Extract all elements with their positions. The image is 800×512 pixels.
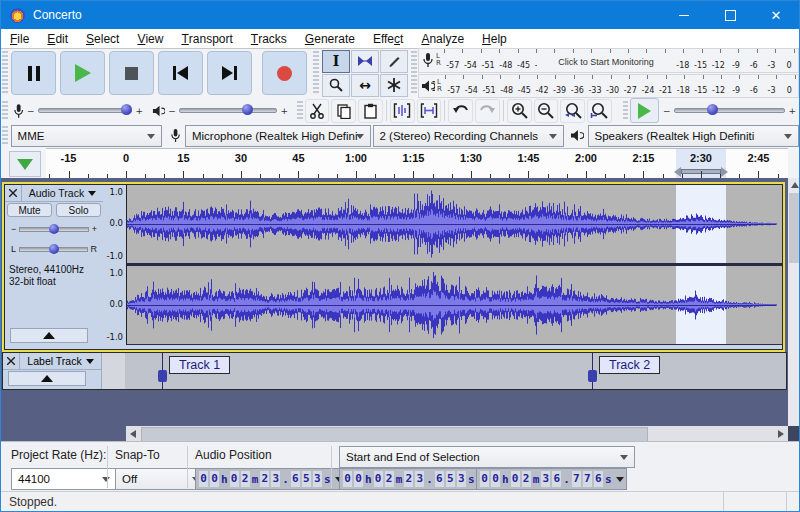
time-unit[interactable]: m (532, 473, 541, 486)
time-digit[interactable]: 0 (374, 471, 383, 487)
collapse-track-button[interactable] (10, 328, 88, 343)
time-unit[interactable]: m (251, 473, 260, 486)
menu-effect[interactable]: Effect (364, 29, 412, 48)
recording-device-combobox[interactable]: Microphone (Realtek High Defini (185, 125, 371, 147)
silence-audio-button[interactable] (417, 99, 442, 123)
pinned-play-head-button[interactable] (9, 151, 41, 177)
playback-meter[interactable]: LR -57-54-51-48-45-42-39-36-33-30-27-24-… (418, 74, 799, 99)
menu-analyze[interactable]: Analyze (412, 29, 473, 48)
minimize-button[interactable] (661, 1, 707, 29)
time-digit[interactable]: 6 (594, 471, 603, 487)
label-text[interactable]: Track 1 (169, 356, 230, 374)
transport-toolbar-grip[interactable] (2, 51, 8, 95)
time-digit[interactable]: 2 (404, 471, 413, 487)
selection-start-field[interactable]: 00h02m23.653s (339, 468, 490, 490)
time-digit[interactable]: 5 (302, 471, 311, 487)
project-rate-combobox[interactable]: 44100 (11, 468, 117, 490)
time-unit[interactable]: m (395, 473, 404, 486)
track-area[interactable]: Audio Track Mute Solo −+ LR Ster (1, 178, 788, 426)
vertical-scrollbar-thumb[interactable] (789, 193, 800, 263)
time-digit[interactable]: 2 (522, 471, 531, 487)
time-digit[interactable]: 3 (313, 471, 322, 487)
zoom-tool-button[interactable] (322, 74, 350, 97)
close-track-button[interactable] (5, 185, 22, 201)
time-digit[interactable]: 0 (230, 471, 239, 487)
track-name-menu-button[interactable]: Label Track (20, 353, 101, 369)
scroll-right-button[interactable] (774, 426, 788, 441)
trim-audio-button[interactable] (390, 99, 415, 123)
time-digit[interactable]: 2 (260, 471, 269, 487)
maximize-button[interactable] (707, 1, 753, 29)
playback-device-combobox[interactable]: Speakers (Realtek High Definiti (588, 125, 800, 147)
playback-volume-thumb[interactable] (242, 104, 253, 115)
edit-toolbar-grip[interactable] (297, 101, 303, 120)
vertical-scrollbar[interactable] (788, 178, 800, 426)
label-flag-icon[interactable] (588, 370, 597, 382)
menu-tracks[interactable]: Tracks (242, 29, 296, 48)
play-at-speed-button[interactable] (630, 98, 659, 123)
time-digit[interactable]: 0 (491, 471, 500, 487)
time-digit[interactable]: 6 (552, 471, 561, 487)
time-unit[interactable]: s (604, 473, 613, 486)
draw-tool-button[interactable] (380, 50, 408, 73)
time-digit[interactable]: 3 (457, 471, 466, 487)
selection-mode-combobox[interactable]: Start and End of Selection (339, 446, 635, 468)
paste-button[interactable] (358, 99, 383, 123)
zoom-in-button[interactable] (507, 99, 532, 123)
time-unit[interactable]: h (501, 473, 510, 486)
device-toolbar-grip[interactable] (2, 126, 8, 145)
label-text[interactable]: Track 2 (599, 356, 660, 374)
playback-volume-slider[interactable] (179, 106, 278, 116)
resize-grip[interactable] (786, 492, 799, 512)
record-button[interactable] (262, 51, 307, 95)
time-digit[interactable]: 6 (291, 471, 300, 487)
zoom-out-button[interactable] (534, 99, 559, 123)
menu-edit[interactable]: Edit (38, 29, 77, 48)
monitoring-hint[interactable]: Click to Start Monitoring (537, 55, 675, 69)
menu-generate[interactable]: Generate (296, 29, 364, 48)
horizontal-scrollbar[interactable] (126, 426, 788, 441)
tools-toolbar-grip[interactable] (313, 51, 319, 95)
vertical-scale-ruler[interactable]: 1.00.0-1.01.00.0-1.0 (103, 185, 127, 345)
zoom-selection-button[interactable] (560, 99, 585, 123)
time-digit[interactable]: 2 (385, 471, 394, 487)
recording-volume-thumb[interactable] (121, 104, 132, 115)
zoom-fit-button[interactable] (587, 99, 612, 123)
collapse-track-button[interactable] (8, 371, 86, 386)
time-digit[interactable]: 3 (541, 471, 550, 487)
menu-transport[interactable]: Transport (172, 29, 241, 48)
play-speed-thumb[interactable] (707, 104, 718, 115)
menu-view[interactable]: View (128, 29, 172, 48)
waveform-channel-right[interactable] (127, 266, 782, 344)
time-unit[interactable]: . (562, 473, 571, 486)
waveform-channel-left[interactable] (127, 185, 782, 263)
gain-slider[interactable]: −+ (11, 220, 97, 238)
time-digit[interactable]: 7 (583, 471, 592, 487)
recording-meter[interactable]: LR -57-54-51-48-45-42-39-36-33-30-27-24-… (418, 48, 799, 73)
time-digit[interactable]: 0 (354, 471, 363, 487)
time-digit[interactable]: 0 (199, 471, 208, 487)
cut-button[interactable] (305, 99, 330, 123)
play-speed-slider[interactable] (674, 106, 786, 116)
time-unit[interactable]: s (467, 473, 476, 486)
pan-slider[interactable]: LR (11, 240, 97, 258)
recording-volume-slider[interactable] (38, 106, 133, 116)
timeline-ruler[interactable]: -1501530451:001:151:301:452:002:152:302:… (46, 148, 788, 179)
track-name-menu-button[interactable]: Audio Track (22, 185, 103, 201)
multi-tool-button[interactable] (380, 74, 408, 97)
time-digit[interactable]: 0 (343, 471, 352, 487)
time-digit[interactable]: 0 (480, 471, 489, 487)
menu-help[interactable]: Help (473, 29, 516, 48)
label-track[interactable]: Label Track Track 1Track 2 (2, 352, 787, 390)
time-digit[interactable]: 0 (511, 471, 520, 487)
time-digit[interactable]: 0 (210, 471, 219, 487)
time-unit[interactable]: h (364, 473, 373, 486)
time-unit[interactable]: . (425, 473, 434, 486)
horizontal-scrollbar-thumb[interactable] (141, 427, 648, 442)
selection-end-field[interactable]: 00h02m36.776s (476, 468, 627, 490)
snap-to-combobox[interactable]: Off (115, 468, 207, 490)
mixer-toolbar-grip[interactable] (2, 101, 8, 120)
recording-channels-combobox[interactable]: 2 (Stereo) Recording Channels (373, 125, 564, 147)
pan-thumb[interactable] (49, 244, 59, 254)
chevron-down-icon[interactable] (616, 477, 624, 482)
